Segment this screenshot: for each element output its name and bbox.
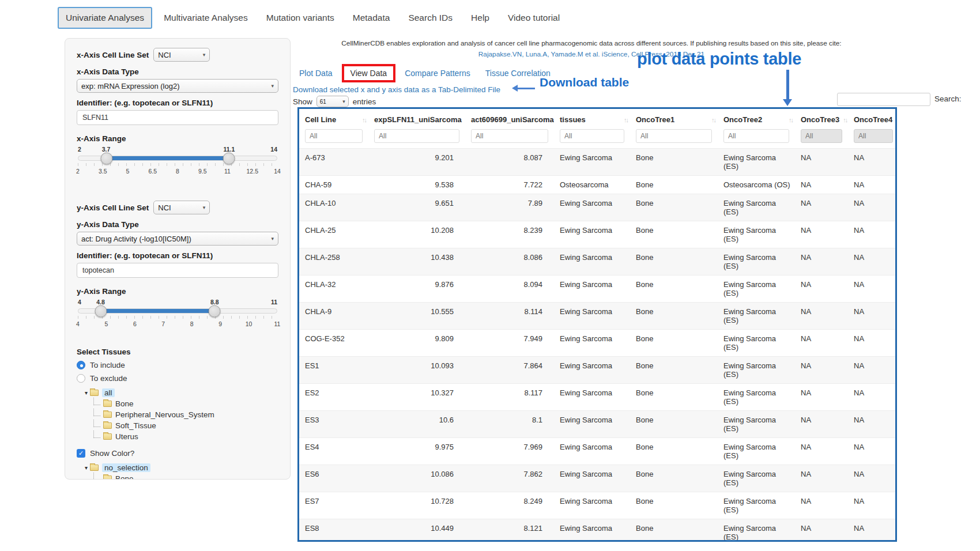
oncotree3-cell: NA [795, 276, 848, 303]
column-header-cell-line[interactable]: Cell Line↑↓ [299, 109, 368, 129]
radio-to-include[interactable]: To include [77, 361, 278, 369]
table-row[interactable]: ES2 10.327 8.117 Ewing Sarcoma Bone Ewin… [299, 384, 897, 411]
sort-icon[interactable]: ↑↓ [362, 116, 366, 123]
oncotree1-cell: Bone [630, 330, 718, 357]
x-range-slider[interactable]: 23.711.11423.556.589.51112.514 [78, 146, 277, 175]
column-filter-input[interactable] [305, 129, 363, 143]
slider-handle-low[interactable] [95, 305, 107, 317]
slider-tick-label: 9 [218, 320, 222, 327]
tab-mutation-variants[interactable]: Mutation variants [259, 8, 341, 28]
column-filter-input[interactable] [723, 129, 789, 143]
y-data-type-select[interactable]: act: Drug Activity (-log10[IC50M]) ▾ [77, 232, 278, 246]
table-row[interactable]: CHLA-25 10.208 8.239 Ewing Sarcoma Bone … [299, 221, 897, 248]
oncotree2-cell: Ewing Sarcoma (ES) [718, 438, 795, 465]
table-row[interactable]: ES7 10.728 8.249 Ewing Sarcoma Bone Ewin… [299, 492, 897, 519]
oncotree2-cell: Ewing Sarcoma (ES) [718, 149, 795, 176]
tissue-cell: Ewing Sarcoma [554, 303, 630, 330]
tab-help[interactable]: Help [464, 8, 496, 28]
tissue-cell: Ewing Sarcoma [554, 276, 630, 303]
tree-node-root[interactable]: ▾ all [85, 387, 278, 398]
table-row[interactable]: ES6 10.086 7.862 Ewing Sarcoma Bone Ewin… [299, 465, 897, 492]
oncotree4-cell: NA [848, 519, 897, 542]
oncotree4-cell: NA [848, 384, 897, 411]
page: Univariate Analyses Multivariate Analyse… [0, 0, 980, 551]
tree-node[interactable]: Soft_Tissue [93, 420, 278, 431]
sort-icon[interactable]: ↑↓ [711, 116, 715, 123]
y-range-slider[interactable]: 44.88.8114567891011 [78, 299, 277, 328]
table-row[interactable]: ES4 9.975 7.969 Ewing Sarcoma Bone Ewing… [299, 438, 897, 465]
exp-value-cell: 10.555 [368, 303, 465, 330]
tab-compare-patterns[interactable]: Compare Patterns [397, 65, 478, 81]
tree-node-root[interactable]: ▾ no_selection [85, 462, 278, 473]
table-row[interactable]: CHLA-10 9.651 7.89 Ewing Sarcoma Bone Ew… [299, 194, 897, 221]
table-row[interactable]: CHLA-9 10.555 8.114 Ewing Sarcoma Bone E… [299, 303, 897, 330]
slider-track[interactable] [78, 156, 277, 161]
column-header-tissues[interactable]: tissues↑↓ [554, 109, 630, 129]
download-tab-delimited-link[interactable]: Download selected x and y axis data as a… [293, 85, 500, 94]
table-row[interactable]: CHA-59 9.538 7.722 Osteosarcoma Bone Ost… [299, 176, 897, 194]
show-color-checkbox-row[interactable]: ✓ Show Color? [77, 449, 278, 458]
sort-icon[interactable]: ↑↓ [843, 116, 847, 123]
column-header-oncotree3[interactable]: OncoTree3↑↓ [795, 109, 848, 129]
x-cell-line-set-label: x-Axis Cell Line Set [77, 51, 149, 59]
tree-node[interactable]: Uterus [93, 431, 278, 442]
tree-node[interactable]: Bone [93, 398, 278, 409]
exp-value-cell: 9.651 [368, 194, 465, 221]
column-filter-input[interactable] [374, 129, 459, 143]
oncotree2-cell: Ewing Sarcoma (ES) [718, 411, 795, 438]
y-identifier-input[interactable] [77, 263, 278, 278]
column-filter-input[interactable] [471, 129, 548, 143]
oncotree1-cell: Bone [630, 492, 718, 519]
column-header-exp[interactable]: expSLFN11_uniSarcoma↑↓ [368, 109, 465, 129]
table-row[interactable]: ES3 10.6 8.1 Ewing Sarcoma Bone Ewing Sa… [299, 411, 897, 438]
column-header-oncotree4[interactable]: OncoTree4↑↓ [848, 109, 897, 129]
y-cell-line-set-select[interactable]: NCI ▾ [153, 201, 210, 214]
sort-icon[interactable]: ↑↓ [789, 116, 793, 123]
table-row[interactable]: ES1 10.093 7.864 Ewing Sarcoma Bone Ewin… [299, 357, 897, 384]
citation-link[interactable]: Rajapakse.VN, Luna.A, Yamade.M et al. iS… [291, 50, 892, 58]
tree-node[interactable]: Bone [93, 473, 278, 480]
tree-node[interactable]: Peripheral_Nervous_System [93, 409, 278, 420]
tree-expand-icon[interactable]: ▾ [85, 465, 88, 471]
radio-to-exclude[interactable]: To exclude [77, 374, 278, 383]
oncotree1-cell: Bone [630, 411, 718, 438]
table-row[interactable]: CHLA-32 9.876 8.094 Ewing Sarcoma Bone E… [299, 276, 897, 303]
sort-icon[interactable]: ↑↓ [624, 116, 628, 123]
tab-plot-data[interactable]: Plot Data [292, 65, 340, 81]
tab-view-data[interactable]: View Data [349, 67, 389, 79]
column-filter-input[interactable] [636, 129, 712, 143]
tab-video-tutorial[interactable]: Video tutorial [501, 8, 567, 28]
tab-tissue-correlation[interactable]: Tissue Correlation [478, 65, 558, 81]
tree-expand-icon[interactable]: ▾ [85, 390, 88, 396]
table-row[interactable]: A-673 9.201 8.087 Ewing Sarcoma Bone Ewi… [299, 149, 897, 176]
entries-count-select[interactable]: 61 ▾ [316, 96, 349, 107]
table-row[interactable]: CHLA-258 10.438 8.086 Ewing Sarcoma Bone… [299, 248, 897, 276]
tab-metadata[interactable]: Metadata [346, 8, 397, 28]
x-cell-line-set-select[interactable]: NCI ▾ [153, 48, 210, 62]
table-row[interactable]: COG-E-352 9.809 7.949 Ewing Sarcoma Bone… [299, 330, 897, 357]
cell-line-cell: ES3 [299, 411, 368, 438]
tab-search-ids[interactable]: Search IDs [401, 8, 459, 28]
column-filter-input[interactable] [560, 129, 624, 143]
slider-handle-high[interactable] [208, 305, 220, 317]
slider-handle-high[interactable] [223, 152, 235, 164]
x-identifier-input[interactable] [77, 110, 278, 125]
oncotree3-cell: NA [795, 492, 848, 519]
column-header-oncotree1[interactable]: OncoTree1↑↓ [630, 109, 718, 129]
tab-univariate-analyses[interactable]: Univariate Analyses [58, 7, 152, 29]
column-header-oncotree2[interactable]: OncoTree2↑↓ [718, 109, 795, 129]
slider-handle-low[interactable] [100, 152, 112, 164]
slider-tick-label: 5 [126, 168, 130, 175]
table-row[interactable]: ES8 10.449 8.121 Ewing Sarcoma Bone Ewin… [299, 519, 897, 542]
cell-line-cell: ES7 [299, 492, 368, 519]
column-header-act[interactable]: act609699_uniSarcoma↑↓ [465, 109, 554, 129]
cell-line-cell: CHLA-32 [299, 276, 368, 303]
search-input[interactable] [837, 93, 930, 106]
exp-value-cell: 10.438 [368, 248, 465, 276]
slider-track[interactable] [78, 308, 277, 314]
sort-icon[interactable]: ↑↓ [896, 116, 897, 123]
exp-value-cell: 10.6 [368, 411, 465, 438]
x-data-type-select[interactable]: exp: mRNA Expression (log2) ▾ [77, 79, 278, 93]
column-filter-input-disabled [801, 129, 842, 143]
tab-multivariate-analyses[interactable]: Multivariate Analyses [157, 8, 255, 28]
